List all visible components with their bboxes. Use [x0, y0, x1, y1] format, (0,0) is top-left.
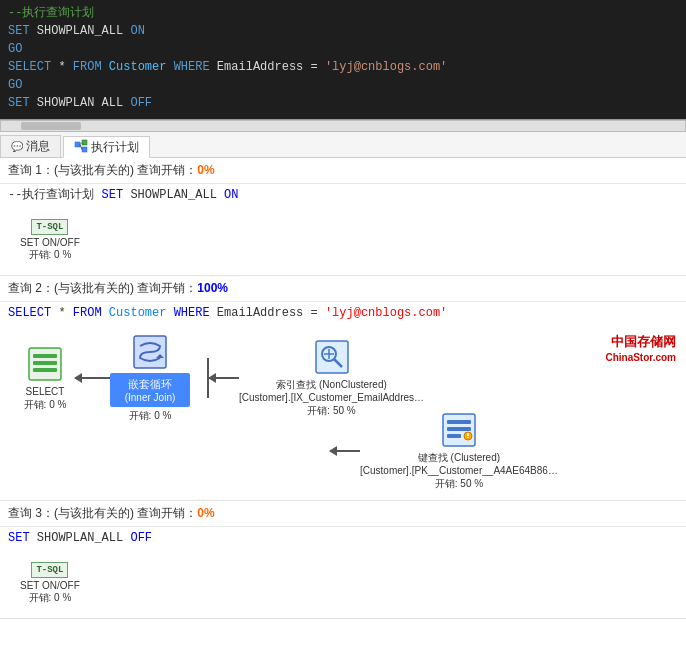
tsql-badge-1: T-SQL [31, 219, 68, 235]
query-section-2: 查询 2：(与该批有关的) 查询开销：100% SELECT * FROM Cu… [0, 276, 686, 501]
query-1-header: 查询 1：(与该批有关的) 查询开销：0% [0, 158, 686, 184]
svg-rect-6 [33, 354, 57, 358]
execution-plan-icon [74, 139, 88, 156]
arrow-key [330, 450, 360, 452]
scroll-thumb[interactable] [21, 122, 81, 130]
svg-rect-8 [33, 368, 57, 372]
query-1-label: 查询 1：(与该批有关的) 查询开销： [8, 163, 197, 177]
messages-icon: 💬 [11, 141, 23, 153]
index-search-row: 索引查找 (NonClustered) [Customer].[IX_Custo… [209, 339, 424, 417]
arrow-1 [75, 377, 110, 379]
key-lookup-icon [441, 412, 477, 448]
tab-execution-plan[interactable]: 执行计划 [63, 136, 150, 158]
plan-flow: SELECT 开销: 0 % [15, 334, 671, 422]
tsql-node-3-cost: 开销: 0 % [29, 591, 72, 605]
svg-line-4 [80, 144, 82, 149]
index-search-icon [314, 339, 350, 375]
nested-loop-node: 嵌套循环 (Inner Join) 开销: 0 % [110, 334, 190, 422]
tsql-node-1-label: SET ON/OFF [20, 237, 80, 248]
key-lookup-label: 键查找 (Clustered) [418, 451, 500, 464]
branch-area: 索引查找 (NonClustered) [Customer].[IX_Custo… [190, 339, 424, 417]
select-icon [27, 346, 63, 382]
horizontal-scrollbar[interactable] [0, 120, 686, 132]
key-lookup-detail: [Customer].[PK__Customer__A4AE64B86… [360, 464, 558, 477]
query-1-cost-pct: 0% [197, 163, 214, 177]
tabs-bar: 💬 消息 执行计划 [0, 132, 686, 158]
code-editor: --执行查询计划 SET SHOWPLAN_ALL ON GO SELECT *… [0, 0, 686, 120]
query-2-cost-pct: 100% [197, 281, 228, 295]
tab-messages-label: 消息 [26, 138, 50, 155]
query-1-plan: T-SQL SET ON/OFF 开销: 0 % [0, 206, 686, 275]
upper-branch: 索引查找 (NonClustered) [Customer].[IX_Custo… [190, 339, 424, 417]
tab-messages[interactable]: 💬 消息 [0, 135, 61, 157]
watermark: 中国存储网 ChinaStor.com [605, 334, 676, 366]
key-lookup-cost: 开销: 50 % [435, 477, 483, 490]
index-search-cost: 开销: 50 % [307, 404, 355, 417]
key-lookup-node: 键查找 (Clustered) [Customer].[PK__Customer… [360, 412, 558, 490]
svg-rect-1 [82, 140, 87, 145]
right-nodes: 索引查找 (NonClustered) [Customer].[IX_Custo… [209, 339, 424, 417]
nested-loop-label: 嵌套循环 (Inner Join) [110, 373, 190, 407]
tab-execution-plan-label: 执行计划 [91, 139, 139, 156]
svg-rect-17 [447, 420, 471, 424]
svg-rect-7 [33, 361, 57, 365]
svg-rect-0 [75, 142, 80, 147]
query-section-1: 查询 1：(与该批有关的) 查询开销：0% --执行查询计划 SET SHOWP… [0, 158, 686, 276]
query-3-plan: T-SQL SET ON/OFF 开销: 0 % [0, 549, 686, 618]
query-1-sql: --执行查询计划 SET SHOWPLAN_ALL ON [0, 184, 686, 206]
query-section-3: 查询 3：(与该批有关的) 查询开销：0% SET SHOWPLAN_ALL O… [0, 501, 686, 619]
query-3-label: 查询 3：(与该批有关的) 查询开销： [8, 506, 197, 520]
query-2-sql: SELECT * FROM Customer WHERE EmailAddres… [0, 302, 686, 324]
tsql-node-1: T-SQL SET ON/OFF 开销: 0 % [20, 219, 80, 262]
nested-loop-cost: 开销: 0 % [129, 409, 172, 422]
query-3-cost-pct: 0% [197, 506, 214, 520]
tsql-node-3: T-SQL SET ON/OFF 开销: 0 % [20, 562, 80, 605]
svg-rect-19 [447, 434, 461, 438]
select-node: SELECT 开销: 0 % [15, 346, 75, 411]
index-search-detail: [Customer].[IX_Customer_EmailAddres… [239, 391, 424, 404]
svg-rect-11 [316, 341, 348, 373]
tsql-node-3-label: SET ON/OFF [20, 580, 80, 591]
watermark-line2: ChinaStor.com [605, 350, 676, 366]
query-2-plan: 中国存储网 ChinaStor.com SELECT 开销: [0, 324, 686, 500]
index-search-label: 索引查找 (NonClustered) [276, 378, 387, 391]
select-cost: 开销: 0 % [24, 398, 67, 411]
arrow-index [209, 377, 239, 379]
query-2-header: 查询 2：(与该批有关的) 查询开销：100% [0, 276, 686, 302]
query-3-header: 查询 3：(与该批有关的) 查询开销：0% [0, 501, 686, 527]
query-3-sql: SET SHOWPLAN_ALL OFF [0, 527, 686, 549]
svg-rect-18 [447, 427, 471, 431]
query-2-label: 查询 2：(与该批有关的) 查询开销： [8, 281, 197, 295]
results-area[interactable]: 查询 1：(与该批有关的) 查询开销：0% --执行查询计划 SET SHOWP… [0, 158, 686, 648]
nested-loop-icon [132, 334, 168, 370]
key-lookup-row: 键查找 (Clustered) [Customer].[PK__Customer… [330, 412, 671, 490]
svg-line-3 [80, 142, 82, 144]
tsql-badge-3: T-SQL [31, 562, 68, 578]
index-search-node: 索引查找 (NonClustered) [Customer].[IX_Custo… [239, 339, 424, 417]
svg-rect-2 [82, 147, 87, 152]
tsql-node-1-cost: 开销: 0 % [29, 248, 72, 262]
select-label: SELECT [26, 385, 65, 398]
watermark-line1: 中国存储网 [605, 334, 676, 350]
